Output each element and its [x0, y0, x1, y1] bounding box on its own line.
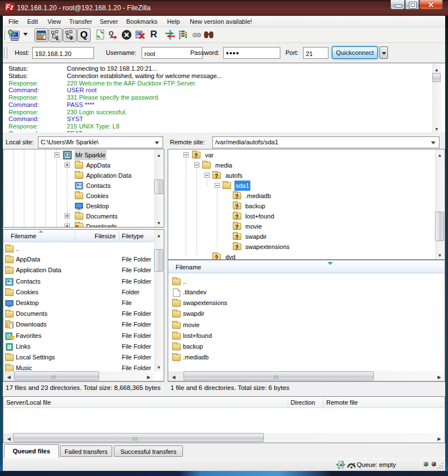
svg-text:Q: Q [109, 30, 114, 37]
svg-text:F: F [70, 36, 74, 41]
svg-text:L: L [56, 36, 59, 41]
